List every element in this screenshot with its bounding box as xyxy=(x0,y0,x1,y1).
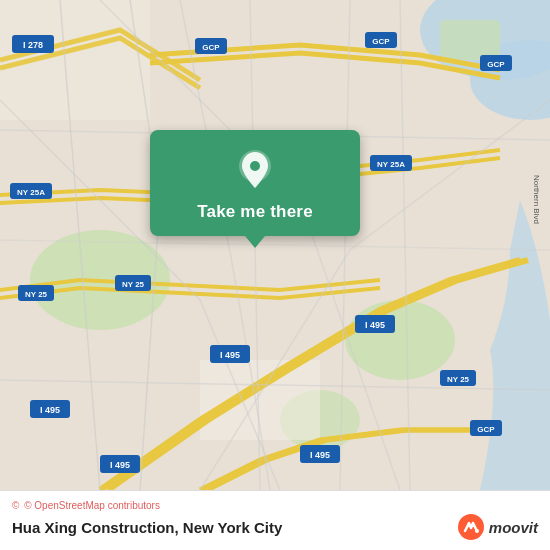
svg-text:I 495: I 495 xyxy=(110,460,130,470)
svg-text:GCP: GCP xyxy=(477,425,495,434)
map-attribution: © © OpenStreetMap contributors xyxy=(12,500,538,511)
svg-point-43 xyxy=(475,529,479,533)
svg-text:GCP: GCP xyxy=(202,43,220,52)
moovit-label: moovit xyxy=(489,519,538,536)
location-title-row: Hua Xing Construction, New York City moo… xyxy=(12,513,538,541)
svg-text:I 495: I 495 xyxy=(365,320,385,330)
svg-text:I 495: I 495 xyxy=(220,350,240,360)
attribution-text: © OpenStreetMap contributors xyxy=(24,500,160,511)
svg-text:GCP: GCP xyxy=(487,60,505,69)
svg-text:Northern Blvd: Northern Blvd xyxy=(532,175,541,224)
moovit-icon xyxy=(457,513,485,541)
attribution-symbol: © xyxy=(12,500,19,511)
svg-rect-5 xyxy=(440,20,500,60)
location-name: Hua Xing Construction, New York City xyxy=(12,519,282,536)
bottom-bar: © © OpenStreetMap contributors Hua Xing … xyxy=(0,490,550,550)
svg-text:NY 25: NY 25 xyxy=(447,375,470,384)
svg-text:NY 25: NY 25 xyxy=(25,290,48,299)
svg-text:I 278: I 278 xyxy=(23,40,43,50)
svg-point-41 xyxy=(250,161,260,171)
svg-text:NY 25: NY 25 xyxy=(122,280,145,289)
svg-text:I 495: I 495 xyxy=(40,405,60,415)
moovit-logo: moovit xyxy=(457,513,538,541)
location-pin-icon xyxy=(233,148,277,192)
svg-text:GCP: GCP xyxy=(372,37,390,46)
svg-point-4 xyxy=(345,300,455,380)
map-view: I 278 GCP GCP GCP NY 25A NY 25A NY 25 NY… xyxy=(0,0,550,490)
svg-text:NY 25A: NY 25A xyxy=(377,160,405,169)
take-me-there-card[interactable]: Take me there xyxy=(150,130,360,236)
take-me-there-button-label: Take me there xyxy=(197,202,313,222)
svg-text:NY 25A: NY 25A xyxy=(17,188,45,197)
svg-text:I 495: I 495 xyxy=(310,450,330,460)
